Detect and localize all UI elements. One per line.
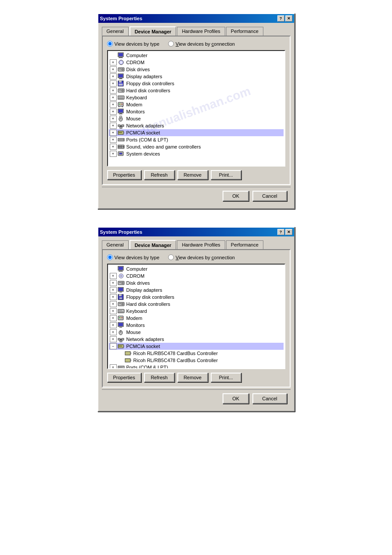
close-button-1[interactable]: ✕: [285, 15, 292, 22]
expand-monitors-2[interactable]: +: [110, 322, 117, 328]
list-item[interactable]: + Keyboard: [109, 308, 284, 315]
device-label: Modem: [126, 316, 143, 321]
dialog-footer-1: OK Cancel: [102, 187, 291, 205]
expand-floppy[interactable]: +: [110, 80, 117, 87]
expand-sysdev[interactable]: +: [110, 151, 117, 157]
list-item[interactable]: + Monitors: [109, 108, 284, 115]
expand-ports[interactable]: +: [110, 137, 117, 143]
radio-by-type-input-2[interactable]: [107, 254, 113, 260]
expand-cdrom[interactable]: +: [110, 59, 117, 65]
list-item[interactable]: + Ports (COM & LPT): [109, 364, 284, 369]
cancel-button-2[interactable]: Cancel: [252, 393, 287, 404]
list-item[interactable]: + Floppy disk controllers: [109, 80, 284, 87]
list-item-pcmcia-2[interactable]: − PCMCIA socket: [109, 343, 284, 350]
svg-rect-98: [123, 345, 124, 347]
svg-point-105: [119, 367, 120, 368]
list-item-ricoh-2[interactable]: Ricoh RL/RB5C478 CardBus Controller: [109, 357, 284, 364]
tab-hardware-profiles-1[interactable]: Hardware Profiles: [177, 27, 225, 36]
ok-button-2[interactable]: OK: [223, 393, 249, 404]
cancel-button-1[interactable]: Cancel: [252, 191, 287, 201]
radio-by-type-input-1[interactable]: [107, 41, 113, 47]
device-list-2[interactable]: Computer + CDROM + Disk drives: [107, 264, 285, 369]
list-item[interactable]: + Display adapters: [109, 287, 284, 294]
radio-by-connection-1[interactable]: View devices by connection: [168, 41, 235, 47]
list-item[interactable]: + CDROM: [109, 59, 284, 66]
list-item[interactable]: + Network adapters: [109, 336, 284, 343]
print-button-1[interactable]: Print...: [211, 170, 241, 180]
expand-keyboard-2[interactable]: +: [110, 308, 117, 314]
properties-button-1[interactable]: Properties: [107, 170, 141, 180]
list-item[interactable]: + Ports (COM & LPT): [109, 136, 284, 143]
refresh-button-2[interactable]: Refresh: [144, 373, 175, 382]
close-button-2[interactable]: ✕: [285, 229, 292, 235]
svg-rect-92: [118, 338, 120, 340]
print-button-2[interactable]: Print...: [211, 373, 241, 382]
list-item[interactable]: + Modem: [109, 315, 284, 322]
expand-network[interactable]: +: [110, 123, 117, 129]
radio-by-connection-input-2[interactable]: [168, 254, 174, 260]
list-item[interactable]: + Mouse: [109, 115, 284, 122]
help-button-1[interactable]: ?: [277, 15, 284, 22]
list-item[interactable]: + Disk drives: [109, 279, 284, 287]
tab-hardware-profiles-2[interactable]: Hardware Profiles: [177, 240, 225, 250]
expand-display[interactable]: +: [110, 73, 117, 80]
expand-network-2[interactable]: +: [110, 336, 117, 342]
svg-rect-67: [119, 282, 121, 283]
remove-button-2[interactable]: Remove: [177, 373, 208, 382]
list-item[interactable]: + Mouse: [109, 329, 284, 336]
expand-modem-2[interactable]: +: [110, 315, 117, 321]
expand-ports-2[interactable]: +: [110, 364, 117, 369]
list-item[interactable]: + Floppy disk controllers: [109, 294, 284, 301]
expand-monitors[interactable]: +: [110, 109, 117, 115]
expand-disk-2[interactable]: +: [110, 280, 117, 286]
radio-by-connection-input-1[interactable]: [168, 41, 174, 47]
device-list-1[interactable]: Computer + CDROM + Disk drives: [107, 50, 285, 167]
title-bar-buttons-1: ? ✕: [277, 15, 292, 22]
list-item[interactable]: + Monitors: [109, 322, 284, 329]
list-item[interactable]: + Hard disk controllers: [109, 87, 284, 94]
ok-button-1[interactable]: OK: [223, 191, 249, 201]
svg-rect-3: [119, 53, 123, 56]
expand-sound[interactable]: +: [110, 144, 117, 150]
list-item-ricoh-1[interactable]: Ricoh RL/RB5C478 CardBus Controller: [109, 350, 284, 357]
radio-by-type-1[interactable]: View devices by type: [107, 41, 160, 47]
list-item[interactable]: + System devices: [109, 150, 284, 157]
list-item[interactable]: + Hard disk controllers: [109, 301, 284, 308]
expand-harddisk[interactable]: +: [110, 87, 117, 94]
help-button-2[interactable]: ?: [277, 229, 284, 235]
expand-pcmcia-2[interactable]: −: [110, 343, 117, 349]
radio-by-connection-2[interactable]: View devices by connection: [168, 254, 235, 260]
tab-performance-1[interactable]: Performance: [226, 27, 263, 36]
list-item[interactable]: + Display adapters: [109, 73, 284, 80]
expand-mouse-2[interactable]: +: [110, 329, 117, 335]
tab-device-manager-2[interactable]: Device Manager: [129, 240, 176, 249]
list-item[interactable]: + Keyboard: [109, 94, 284, 101]
tab-performance-2[interactable]: Performance: [226, 240, 263, 250]
list-item[interactable]: + Modem: [109, 101, 284, 108]
remove-button-1[interactable]: Remove: [177, 170, 208, 180]
expand-keyboard[interactable]: +: [110, 94, 117, 101]
tab-general-2[interactable]: General: [102, 240, 129, 250]
tab-device-manager-1[interactable]: Device Manager: [129, 26, 176, 36]
list-item[interactable]: + Network adapters: [109, 122, 284, 129]
expand-floppy-2[interactable]: +: [110, 294, 117, 300]
expand-display-2[interactable]: +: [110, 287, 117, 293]
list-item-pcmcia-1[interactable]: + PCMCIA socket: [109, 129, 284, 136]
expand-modem[interactable]: +: [110, 102, 117, 108]
radio-by-type-2[interactable]: View devices by type: [107, 254, 160, 260]
svg-rect-46: [123, 132, 124, 134]
expand-harddisk-2[interactable]: +: [110, 301, 117, 307]
tab-general-1[interactable]: General: [102, 27, 129, 36]
refresh-button-1[interactable]: Refresh: [144, 170, 175, 180]
expand-mouse[interactable]: +: [110, 116, 117, 122]
expand-disk[interactable]: +: [110, 66, 117, 73]
list-item[interactable]: + CDROM: [109, 272, 284, 279]
expand-cdrom-2[interactable]: +: [110, 273, 117, 279]
list-item[interactable]: Computer: [109, 265, 284, 272]
sound-icon: [118, 144, 125, 150]
list-item[interactable]: + Disk drives: [109, 66, 284, 73]
expand-pcmcia[interactable]: +: [110, 130, 117, 136]
list-item[interactable]: Computer: [109, 52, 284, 59]
properties-button-2[interactable]: Properties: [107, 373, 141, 382]
list-item[interactable]: + Sound, video and game controllers: [109, 143, 284, 150]
